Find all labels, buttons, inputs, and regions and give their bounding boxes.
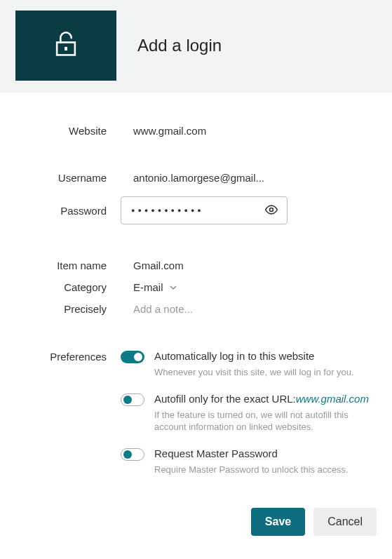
- toggle-exact-url[interactable]: [121, 393, 144, 406]
- precisely-label: Precisely: [14, 303, 121, 315]
- svg-point-2: [270, 208, 273, 211]
- toggle-password-visibility-button[interactable]: [262, 200, 281, 222]
- button-bar: Save Cancel: [0, 502, 392, 536]
- chevron-down-icon: [169, 283, 177, 292]
- preferences-label: Preferences: [14, 350, 121, 363]
- pref-exact-url: Autofill only for the exact URL:www.gmai…: [121, 393, 378, 433]
- pref-auto-login: Automatically log in to this website Whe…: [121, 350, 378, 379]
- website-value[interactable]: www.gmail.com: [121, 125, 378, 137]
- website-label: Website: [14, 125, 121, 137]
- form: Website www.gmail.com Username antonio.l…: [0, 93, 392, 490]
- pref-auto-login-title: Automatically log in to this website: [154, 350, 371, 362]
- page-title: Add a login: [137, 36, 222, 55]
- pref-exact-url-title: Autofill only for the exact URL:www.gmai…: [154, 393, 371, 405]
- pref-master-password-title: Request Master Password: [154, 447, 371, 459]
- item-name-label: Item name: [14, 260, 121, 271]
- username-value[interactable]: antonio.lamorgese@gmail...: [121, 172, 378, 184]
- username-label: Username: [14, 172, 121, 184]
- toggle-master-password[interactable]: [121, 448, 144, 461]
- pref-master-password: Request Master Password Require Master P…: [121, 447, 378, 476]
- header: Add a login: [0, 0, 392, 93]
- save-button[interactable]: Save: [251, 508, 305, 536]
- item-name-value[interactable]: Gmail.com: [121, 260, 378, 271]
- login-icon-tile: [15, 11, 116, 81]
- lock-open-icon: [55, 32, 77, 60]
- category-value: E-mail: [133, 281, 163, 293]
- category-select[interactable]: E-mail: [133, 281, 177, 293]
- note-input[interactable]: Add a note...: [121, 303, 378, 315]
- svg-rect-1: [65, 47, 67, 50]
- password-field[interactable]: [131, 207, 262, 214]
- password-input-wrapper: [121, 196, 288, 224]
- cancel-button[interactable]: Cancel: [313, 508, 377, 536]
- password-label: Password: [14, 205, 121, 217]
- pref-exact-url-desc: If the feature is turned on, we will not…: [154, 409, 371, 433]
- category-label: Category: [14, 281, 121, 293]
- pref-auto-login-desc: Whenever you visit this site, we will lo…: [154, 366, 371, 379]
- pref-master-password-desc: Require Master Password to unlock this a…: [154, 464, 371, 476]
- toggle-auto-login[interactable]: [121, 351, 144, 363]
- eye-icon: [264, 203, 278, 219]
